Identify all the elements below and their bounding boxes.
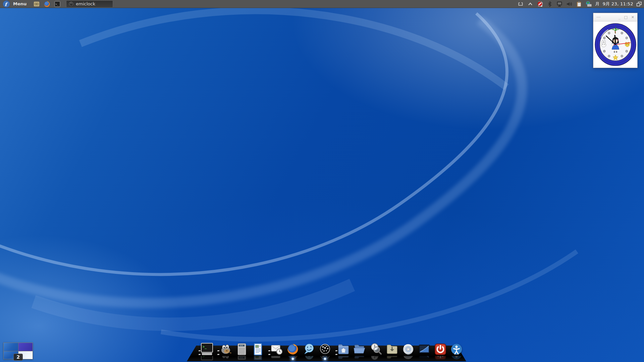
svg-text:8888.8: 8888.8 <box>239 357 245 358</box>
volume-icon[interactable] <box>566 1 573 7</box>
svg-text:8888.8: 8888.8 <box>239 345 245 347</box>
top-panel: f Menu >_ emiclock 月 9月 23, 11:52 <box>0 0 644 8</box>
firefox-small-icon[interactable] <box>44 1 50 7</box>
open-folder-dock-icon[interactable] <box>353 343 367 361</box>
bluetooth-icon[interactable] <box>546 1 553 7</box>
menu-label: Menu <box>13 1 26 6</box>
system-tray <box>517 1 592 7</box>
dock: >_>_8888.88888.8 <box>187 343 466 361</box>
shutdown-dock-icon[interactable] <box>434 343 447 361</box>
accessibility-dock-icon[interactable] <box>450 343 463 361</box>
svg-text:>_: >_ <box>56 3 59 5</box>
maximize-button[interactable]: □ <box>624 13 627 21</box>
menu-button[interactable]: f Menu <box>2 0 29 8</box>
emiclock-window: ⋯ _ □ ✕ <box>593 13 638 68</box>
home-folder-dock-icon[interactable] <box>337 343 351 361</box>
svg-text:>_: >_ <box>203 356 207 358</box>
window-menu-button[interactable]: ⋯ <box>596 15 601 19</box>
chat-dock-icon[interactable] <box>302 343 316 361</box>
terminal-small-icon[interactable]: >_ <box>54 1 61 7</box>
svg-text:>_: >_ <box>203 345 207 349</box>
fedora-logo-icon: f <box>3 0 10 8</box>
panel-launchers: >_ <box>33 1 61 7</box>
calculator-dock-icon[interactable]: 8888.88888.8 <box>235 343 249 361</box>
hour-hand <box>615 35 615 45</box>
workspace-switcher[interactable]: 2 <box>3 343 33 359</box>
wallpaper-swirl <box>0 0 644 362</box>
desktop: f Menu >_ emiclock 月 9月 23, 11:52 ⋯ _ □ … <box>0 0 644 362</box>
file-cabinet-icon[interactable] <box>33 1 40 7</box>
minimize-button[interactable]: _ <box>619 13 621 21</box>
system-monitor-dock-icon[interactable] <box>418 343 431 361</box>
search-dock-icon[interactable] <box>369 343 383 361</box>
emiclock-window-icon <box>68 1 74 7</box>
chevron-up-icon[interactable] <box>527 1 534 7</box>
keyboard-globe-icon[interactable] <box>585 1 592 7</box>
clipboard-icon[interactable] <box>576 1 582 7</box>
firefox-dock-icon[interactable] <box>286 343 300 361</box>
display-icon[interactable] <box>556 1 563 7</box>
running-indicator <box>324 357 327 360</box>
running-indicator <box>291 357 294 360</box>
taskbar-button-label: emiclock <box>76 1 95 6</box>
workspace-2[interactable] <box>18 343 33 351</box>
emiclock-dock-icon[interactable] <box>318 343 332 361</box>
terminal-dock-icon[interactable]: >_>_ <box>200 343 214 361</box>
mail-dock-icon[interactable] <box>270 343 283 361</box>
close-button[interactable]: ✕ <box>631 13 634 21</box>
blocked-alert-icon[interactable] <box>537 1 543 7</box>
emiclock-clock-svg <box>594 22 637 67</box>
cd-dock-icon[interactable] <box>401 343 415 361</box>
panel-clock[interactable]: 月 9月 23, 11:52 <box>595 1 633 7</box>
writer-dock-icon[interactable] <box>251 343 265 361</box>
windows-stack-icon[interactable] <box>636 1 642 7</box>
emiclock-titlebar[interactable]: ⋯ _ □ ✕ <box>593 13 637 21</box>
taskbar-button-emiclock[interactable]: emiclock <box>66 0 113 8</box>
workspace-1[interactable] <box>4 343 18 351</box>
window-outline-icon[interactable] <box>517 1 524 7</box>
gimp-dock-icon[interactable] <box>219 343 232 361</box>
emiclock-face <box>593 21 637 68</box>
downloads-dock-icon[interactable] <box>385 343 399 361</box>
workspace-badge: 2 <box>13 354 23 361</box>
